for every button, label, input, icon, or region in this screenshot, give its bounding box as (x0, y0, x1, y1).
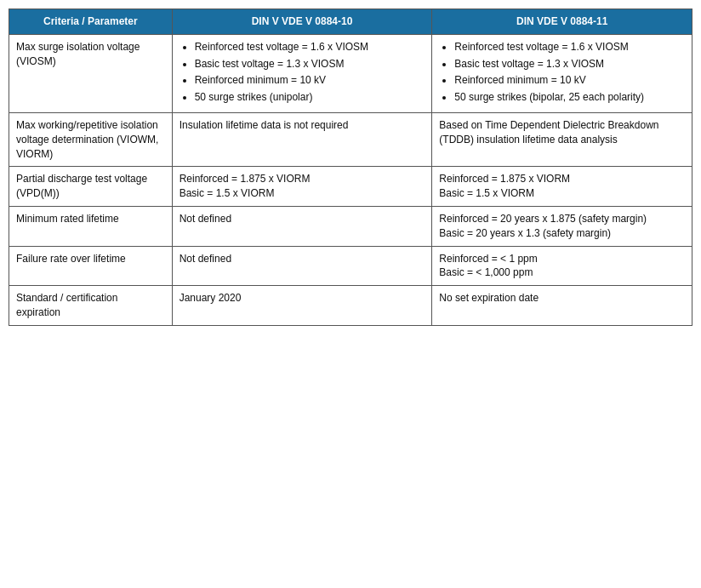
table-row: Failure rate over lifetimeNot definedRei… (9, 246, 692, 286)
list-item: Basic test voltage = 1.3 x VIOSM (454, 57, 685, 71)
col1-cell: Reinforced = 1.875 x VIORMBasic = 1.5 x … (172, 167, 432, 207)
table-row: Max surge isolation voltage (VIOSM)Reinf… (9, 34, 692, 112)
col1-cell: Not defined (172, 206, 432, 246)
col2-cell: Based on Time Dependent Dielectric Break… (432, 112, 692, 166)
header-col1: DIN V VDE V 0884-10 (172, 9, 432, 35)
header-col2: DIN VDE V 0884-11 (432, 9, 692, 35)
list-item: 50 surge strikes (unipolar) (195, 90, 425, 105)
list-item: Basic test voltage = 1.3 x VIOSM (195, 57, 425, 71)
table-row: Minimum rated lifetimeNot definedReinfor… (9, 206, 692, 246)
list-item: Reinforced test voltage = 1.6 x VIOSM (195, 40, 425, 54)
col2-cell: Reinforced = 20 years x 1.875 (safety ma… (432, 206, 692, 246)
criteria-cell: Partial discharge test voltage (VPD(M)) (9, 167, 173, 207)
col2-cell: Reinforced = 1.875 x VIORMBasic = 1.5 x … (432, 167, 692, 207)
col2-cell: No set expiration date (432, 286, 692, 326)
table-row: Max working/repetitive isolation voltage… (9, 112, 692, 166)
list-item: 50 surge strikes (bipolar, 25 each polar… (454, 90, 685, 105)
table-row: Standard / certification expirationJanua… (9, 286, 692, 326)
table-row: Partial discharge test voltage (VPD(M))R… (9, 167, 692, 207)
list-item: Reinforced minimum = 10 kV (195, 73, 425, 88)
criteria-cell: Minimum rated lifetime (9, 206, 173, 246)
criteria-cell: Standard / certification expiration (9, 286, 173, 326)
col2-cell: Reinforced = < 1 ppmBasic = < 1,000 ppm (432, 246, 692, 286)
criteria-cell: Max surge isolation voltage (VIOSM) (9, 34, 173, 112)
list-item: Reinforced minimum = 10 kV (454, 73, 685, 88)
header-criteria: Criteria / Parameter (9, 9, 173, 35)
col1-cell: Not defined (172, 246, 432, 286)
list-item: Reinforced test voltage = 1.6 x VIOSM (454, 40, 685, 54)
col1-cell: January 2020 (172, 286, 432, 326)
criteria-cell: Max working/repetitive isolation voltage… (9, 112, 173, 166)
col1-cell: Insulation lifetime data is not required (172, 112, 432, 166)
col1-cell: Reinforced test voltage = 1.6 x VIOSMBas… (172, 34, 432, 112)
comparison-table: Criteria / Parameter DIN V VDE V 0884-10… (9, 9, 692, 326)
criteria-cell: Failure rate over lifetime (9, 246, 173, 286)
col2-cell: Reinforced test voltage = 1.6 x VIOSMBas… (432, 34, 692, 112)
